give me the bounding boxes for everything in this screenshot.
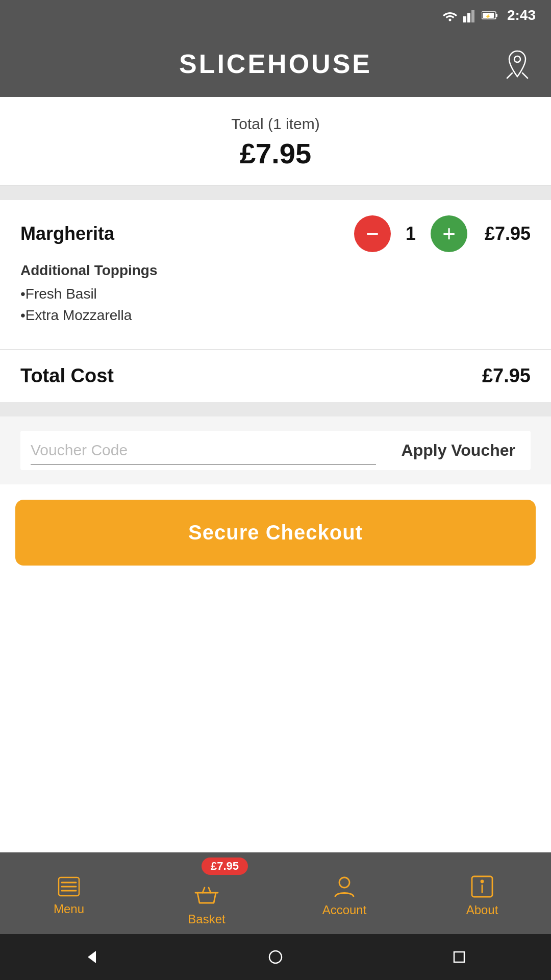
item-quantity: 1: [403, 223, 418, 244]
menu-icon: [57, 875, 81, 898]
home-button[interactable]: [263, 944, 288, 970]
svg-rect-3: [471, 10, 474, 22]
additional-toppings-label: Additional Toppings: [20, 262, 531, 279]
wifi-icon: [442, 9, 458, 21]
signal-icon: [463, 8, 477, 22]
total-cost-label: Total Cost: [20, 365, 114, 387]
account-icon: [332, 874, 357, 899]
svg-point-16: [481, 880, 483, 883]
status-icons: ⚡ 2:43: [442, 7, 536, 23]
system-navigation-bar: [0, 934, 551, 980]
nav-item-account[interactable]: Account: [276, 852, 413, 934]
basket-badge: £7.95: [202, 857, 248, 875]
nav-item-about[interactable]: About: [413, 852, 551, 934]
total-label: Total (1 item): [20, 115, 531, 133]
app-header: SLICEHOUSE: [0, 31, 551, 97]
item-price: £7.95: [480, 223, 531, 244]
item-row: Margherita 1 £7.95: [20, 215, 531, 252]
section-divider-top: [0, 186, 551, 200]
topping-fresh-basil: •Fresh Basil: [20, 286, 531, 302]
nav-label-basket: Basket: [188, 912, 225, 926]
basket-icon: [194, 886, 219, 908]
svg-point-13: [339, 877, 349, 888]
clock-display: 2:43: [507, 7, 536, 23]
nav-label-about: About: [466, 903, 498, 917]
svg-marker-17: [88, 951, 96, 963]
location-button[interactable]: [502, 48, 533, 79]
voucher-code-input[interactable]: [31, 436, 376, 465]
nav-item-menu[interactable]: Menu: [0, 852, 138, 934]
recents-button[interactable]: [446, 944, 472, 970]
status-bar: ⚡ 2:43: [0, 0, 551, 31]
svg-rect-2: [467, 13, 470, 22]
nav-item-basket[interactable]: £7.95 Basket: [138, 852, 276, 934]
total-amount: £7.95: [20, 137, 531, 170]
svg-rect-5: [496, 14, 497, 17]
increase-quantity-button[interactable]: [431, 215, 467, 252]
topping-extra-mozzarella: •Extra Mozzarella: [20, 307, 531, 324]
svg-text:⚡: ⚡: [485, 13, 491, 19]
total-cost-value: £7.95: [482, 365, 531, 387]
decrease-quantity-button[interactable]: [354, 215, 391, 252]
voucher-row: Apply Voucher: [20, 431, 531, 470]
svg-point-8: [514, 56, 520, 62]
content-spacer: [0, 581, 551, 852]
back-button[interactable]: [79, 944, 105, 970]
item-name: Margherita: [20, 223, 114, 244]
section-divider-mid: [0, 402, 551, 416]
voucher-input-wrapper: [20, 431, 386, 470]
item-controls: 1 £7.95: [354, 215, 531, 252]
nav-label-menu: Menu: [54, 902, 84, 916]
app-title: SLICEHOUSE: [179, 48, 372, 79]
svg-point-0: [448, 19, 451, 21]
about-icon: [470, 874, 494, 899]
svg-point-18: [269, 951, 282, 963]
total-cost-section: Total Cost £7.95: [0, 349, 551, 402]
nav-label-account: Account: [322, 903, 367, 917]
apply-voucher-button[interactable]: Apply Voucher: [386, 431, 531, 470]
battery-icon: ⚡: [482, 10, 498, 20]
bottom-navigation: Menu £7.95 Basket Account: [0, 852, 551, 934]
svg-rect-1: [463, 16, 466, 22]
total-header: Total (1 item) £7.95: [0, 97, 551, 186]
checkout-section: Secure Checkout: [0, 484, 551, 581]
item-section: Margherita 1 £7.95 Additional Toppings •…: [0, 200, 551, 344]
voucher-section: Apply Voucher: [0, 416, 551, 484]
svg-rect-19: [454, 952, 464, 962]
secure-checkout-button[interactable]: Secure Checkout: [15, 500, 536, 566]
